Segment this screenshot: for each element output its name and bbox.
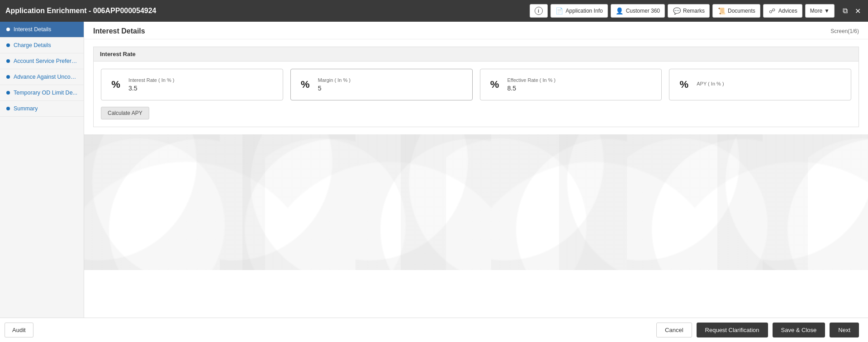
sidebar-item-label: Summary [14,105,38,112]
sidebar-item-label: Interest Details [14,26,51,33]
remarks-button[interactable]: 💬 Remarks [668,4,710,18]
calculate-apy-button[interactable]: Calculate APY [101,107,149,119]
margin-label: Margin ( In % ) [318,77,465,83]
sidebar: Interest Details Charge Details Account … [0,22,84,318]
request-clarification-button[interactable]: Request Clarification [697,323,768,337]
content-area: Interest Details Screen(1/6) Interest Ra… [84,22,868,318]
interest-rate-value: 3.5 [128,85,275,92]
info-icon: i [535,7,543,15]
sidebar-item-charge-details[interactable]: Charge Details [0,38,84,53]
interest-rate-card: % Interest Rate ( In % ) 3.5 [101,69,283,100]
interest-rate-label: Interest Rate ( In % ) [128,77,275,83]
sidebar-item-advance-against[interactable]: Advance Against Uncoll... [0,69,84,85]
application-info-button[interactable]: 📄 Application Info [550,4,608,18]
background-pattern [84,134,868,270]
margin-content: Margin ( In % ) [318,77,465,92]
sidebar-item-label: Account Service Prefere ... [14,58,77,64]
chevron-down-icon: ▼ [824,8,830,14]
sidebar-item-label: Charge Details [14,42,51,48]
app-header: Application Enrichment - 006APP000054924… [0,0,868,22]
app-title: Application Enrichment - 006APP000054924 [5,7,156,15]
documents-icon: 📜 [717,7,726,15]
interest-rate-content: Interest Rate ( In % ) 3.5 [128,77,275,92]
apy-card: % APY ( In % ) [669,69,851,100]
screen-info: Screen(1/6) [830,28,859,34]
footer-wrapper: Audit Cancel Request Clarification Save … [0,318,868,342]
effective-rate-card: % Effective Rate ( In % ) 8.5 [480,69,662,100]
nav-dot [6,91,10,95]
window-controls: ⧉ ✕ [841,6,863,16]
apy-label: APY ( In % ) [697,81,844,86]
cancel-button[interactable]: Cancel [656,323,692,337]
advices-icon: ☍ [768,7,776,15]
sidebar-item-interest-details[interactable]: Interest Details [0,22,84,38]
nav-dot [6,107,10,110]
margin-card: % Margin ( In % ) [290,69,473,100]
nav-dot [6,59,10,63]
header-actions: i 📄 Application Info 👤 Customer 360 💬 Re… [530,4,863,18]
rate-cards: % Interest Rate ( In % ) 3.5 % Margin ( … [101,69,851,100]
section-body: % Interest Rate ( In % ) 3.5 % Margin ( … [93,61,859,127]
remarks-icon: 💬 [673,7,681,15]
apy-content: APY ( In % ) [697,81,844,88]
documents-button[interactable]: 📜 Documents [712,4,760,18]
percent-icon: % [488,79,502,90]
customer-360-icon: 👤 [616,7,624,15]
nav-dot [6,43,10,47]
percent-icon: % [677,79,691,90]
footer: Cancel Request Clarification Save & Clos… [0,318,868,342]
interest-rate-section: Interest Rate % Interest Rate ( In % ) 3… [93,47,859,127]
sidebar-item-summary[interactable]: Summary [0,101,84,117]
percent-icon: % [298,79,313,90]
next-button[interactable]: Next [830,323,859,337]
close-button[interactable]: ✕ [853,6,863,16]
sidebar-item-label: Advance Against Uncoll... [14,74,77,80]
resize-button[interactable]: ⧉ [841,6,849,16]
customer-360-button[interactable]: 👤 Customer 360 [611,4,665,18]
info-button[interactable]: i [530,4,548,18]
nav-dot [6,75,10,79]
section-header: Interest Rate [93,47,859,61]
sidebar-item-account-service[interactable]: Account Service Prefere ... [0,53,84,69]
save-close-button[interactable]: Save & Close [773,323,825,337]
margin-input[interactable] [318,85,465,92]
effective-rate-content: Effective Rate ( In % ) 8.5 [508,77,655,92]
audit-button[interactable]: Audit [5,323,33,337]
content-title: Interest Details [93,27,145,35]
advices-button[interactable]: ☍ Advices [763,4,802,18]
more-button[interactable]: More ▼ [805,4,835,18]
main-layout: Interest Details Charge Details Account … [0,22,868,318]
effective-rate-value: 8.5 [508,85,655,92]
content-header: Interest Details Screen(1/6) [84,22,868,39]
sidebar-item-temporary-od[interactable]: Temporary OD Limit De... [0,85,84,101]
application-info-icon: 📄 [555,7,564,15]
active-dot [6,28,10,31]
effective-rate-label: Effective Rate ( In % ) [508,77,655,83]
sidebar-item-label: Temporary OD Limit De... [14,90,77,96]
percent-icon: % [109,79,123,90]
